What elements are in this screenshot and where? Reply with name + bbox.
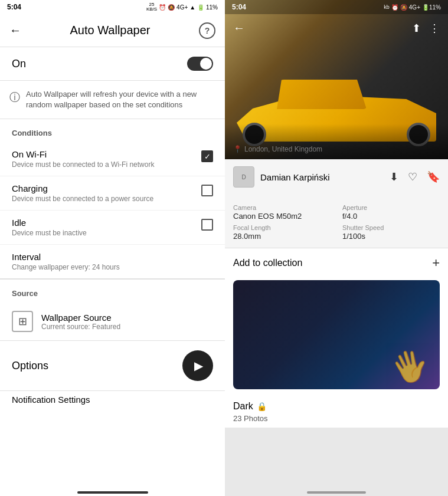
left-panel: 5:04 25KB/S ⏰ 🔕 4G+ ▲ 🔋 11% ← Auto Wallp… xyxy=(0,0,225,496)
charging-checkbox[interactable] xyxy=(201,185,213,196)
aperture-meta: Aperture f/4.0 xyxy=(342,204,440,221)
collection-header: Add to collection + xyxy=(225,248,448,278)
toggle-label: On xyxy=(12,58,26,70)
right-bottom-spacer xyxy=(225,487,448,496)
condition-wifi-title: On Wi-Fi xyxy=(12,149,201,159)
info-row: ⓘ Auto Wallpaper will refresh your devic… xyxy=(0,81,225,119)
info-text: Auto Wallpaper will refresh your device … xyxy=(26,89,215,110)
photographer-name: Damian Karpiński xyxy=(260,172,384,182)
conditions-header: Conditions xyxy=(0,119,225,142)
shutter-meta: Shutter Speed 1/100s xyxy=(342,224,440,241)
collection-count: 23 Photos xyxy=(225,414,448,428)
condition-wifi-text: On Wi-Fi Device must be connected to a W… xyxy=(12,149,201,169)
help-button[interactable]: ? xyxy=(199,22,215,39)
camera-value: Canon EOS M50m2 xyxy=(233,212,331,221)
aperture-label: Aperture xyxy=(342,204,440,211)
info-icon: ⓘ xyxy=(9,90,20,104)
condition-wifi: On Wi-Fi Device must be connected to a W… xyxy=(0,142,225,176)
back-button[interactable]: ← xyxy=(9,24,21,37)
on-off-toggle[interactable] xyxy=(187,57,213,71)
right-status-icons: kb ⏰ 🔕 4G+ 🔋11% xyxy=(384,4,441,11)
source-header: Source xyxy=(0,280,225,303)
condition-idle: Idle Device must be inactive xyxy=(0,211,225,245)
condition-idle-title: Idle xyxy=(12,218,201,228)
idle-checkbox[interactable] xyxy=(201,219,213,231)
photo-info: D Damian Karpiński ⬇ ♡ 🔖 xyxy=(225,159,448,199)
right-battery-icon: 🔋11% xyxy=(422,4,441,11)
home-indicator-right xyxy=(307,491,366,494)
collection-item-dark[interactable]: 🖐 xyxy=(233,280,440,389)
right-panel: 5:04 kb ⏰ 🔕 4G+ 🔋11% ← ⬆ ⋮ xyxy=(225,0,448,496)
left-toolbar: ← Auto Wallpaper ? xyxy=(0,14,225,47)
kb-indicator: 25KB/S xyxy=(146,2,157,12)
collection-title: Add to collection xyxy=(233,258,302,268)
left-status-icons: 25KB/S ⏰ 🔕 4G+ ▲ 🔋 11% xyxy=(146,2,218,12)
meta-grid: Camera Canon EOS M50m2 Aperture f/4.0 Fo… xyxy=(225,199,448,248)
car-roof xyxy=(272,80,367,109)
focal-label: Focal Length xyxy=(233,224,331,231)
notification-label: Notification Settings xyxy=(12,395,90,405)
mute-icon: 🔕 xyxy=(168,4,175,11)
photo-action-icons: ⬇ ♡ 🔖 xyxy=(390,170,440,183)
bottom-spacer xyxy=(0,487,225,496)
collection-item-name: Dark xyxy=(233,401,253,412)
source-section: Source ⊞ Wallpaper Source Current source… xyxy=(0,279,225,341)
play-icon: ▶ xyxy=(194,359,203,373)
page-title: Auto Wallpaper xyxy=(70,24,151,37)
focal-value: 28.0mm xyxy=(233,232,331,241)
wallpaper-source-row[interactable]: ⊞ Wallpaper Source Current source: Featu… xyxy=(0,303,225,341)
condition-charging: Charging Device must be connected to a p… xyxy=(0,176,225,211)
toggle-row: On xyxy=(0,47,225,81)
home-indicator-left xyxy=(77,491,148,494)
collection-item-info: Dark 🔒 xyxy=(225,396,448,414)
right-panel-inner: 5:04 kb ⏰ 🔕 4G+ 🔋11% ← ⬆ ⋮ xyxy=(225,0,448,496)
shutter-label: Shutter Speed xyxy=(342,224,440,231)
focal-meta: Focal Length 28.0mm xyxy=(233,224,331,241)
options-label: Options xyxy=(12,360,48,372)
avatar: D xyxy=(233,166,254,188)
condition-idle-text: Idle Device must be inactive xyxy=(12,218,201,237)
signal-bars-icon: ▲ xyxy=(189,4,195,11)
source-text: Wallpaper Source Current source: Feature… xyxy=(41,313,120,331)
battery-icon: 🔋 11% xyxy=(197,4,218,11)
download-icon[interactable]: ⬇ xyxy=(390,170,398,183)
left-status-time: 5:04 xyxy=(7,3,21,11)
condition-charging-text: Charging Device must be connected to a p… xyxy=(12,183,201,203)
right-kb-icon: kb xyxy=(384,4,390,10)
condition-wifi-desc: Device must be connected to a Wi-Fi netw… xyxy=(12,160,201,169)
camera-meta: Camera Canon EOS M50m2 xyxy=(233,204,331,221)
right-alarm-icon: ⏰ xyxy=(391,4,398,11)
add-collection-button[interactable]: + xyxy=(432,255,440,271)
wallpaper-source-icon: ⊞ xyxy=(12,311,33,332)
interval-title: Interval xyxy=(12,252,213,262)
camera-label: Camera xyxy=(233,204,331,211)
options-row: Options ▶ xyxy=(0,341,225,390)
signal-icon: 4G+ xyxy=(176,4,188,11)
wifi-checkbox[interactable] xyxy=(201,150,213,162)
hero-overlay xyxy=(225,124,448,159)
photographer-row: D Damian Karpiński ⬇ ♡ 🔖 xyxy=(233,166,440,188)
collection-grid: 🖐 xyxy=(225,278,448,396)
play-button[interactable]: ▶ xyxy=(182,350,213,381)
condition-charging-desc: Device must be connected to a power sour… xyxy=(12,195,201,203)
bookmark-icon[interactable]: 🔖 xyxy=(427,170,440,183)
right-status-bar: 5:04 kb ⏰ 🔕 4G+ 🔋11% xyxy=(225,0,448,14)
collection-thumbnail: 🖐 xyxy=(387,344,433,389)
alarm-icon: ⏰ xyxy=(159,4,166,11)
left-status-bar: 5:04 25KB/S ⏰ 🔕 4G+ ▲ 🔋 11% xyxy=(0,0,225,14)
right-signal-icon: 4G+ xyxy=(409,4,420,11)
hero-image: 5:04 kb ⏰ 🔕 4G+ 🔋11% ← ⬆ ⋮ xyxy=(225,0,448,159)
avatar-initial: D xyxy=(241,174,246,180)
aperture-value: f/4.0 xyxy=(342,212,440,221)
interval-row[interactable]: Interval Change wallpaper every: 24 hour… xyxy=(0,245,225,279)
condition-charging-title: Charging xyxy=(12,183,201,193)
source-title: Wallpaper Source xyxy=(41,313,120,323)
interval-desc: Change wallpaper every: 24 hours xyxy=(12,263,213,271)
shutter-value: 1/100s xyxy=(342,232,440,241)
right-status-time: 5:04 xyxy=(232,3,246,11)
heart-icon[interactable]: ♡ xyxy=(408,170,417,183)
right-mute-icon: 🔕 xyxy=(400,4,407,11)
condition-idle-desc: Device must be inactive xyxy=(12,229,201,237)
notification-row[interactable]: Notification Settings xyxy=(0,390,225,409)
lock-icon: 🔒 xyxy=(257,402,267,411)
